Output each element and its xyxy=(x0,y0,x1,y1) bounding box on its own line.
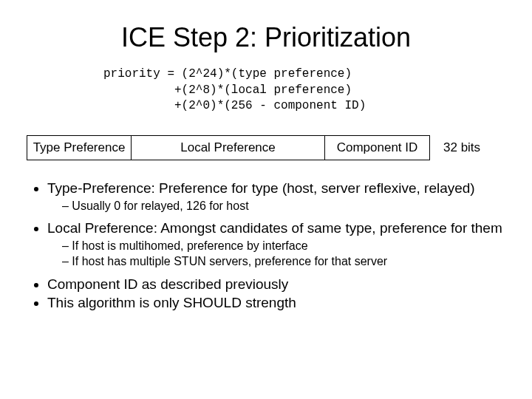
bullet-list: Type-Preference: Preference for type (ho… xyxy=(22,180,510,312)
bullet-type-preference: Type-Preference: Preference for type (ho… xyxy=(47,180,510,214)
bits-label: 32 bits xyxy=(443,140,480,155)
slide: ICE Step 2: Prioritization priority = (2… xyxy=(0,0,532,399)
field-type-preference: Type Preference xyxy=(27,135,132,160)
bullet-text: Local Preference: Amongst candidates of … xyxy=(47,220,502,236)
slide-title: ICE Step 2: Prioritization xyxy=(22,22,510,53)
sub-list: Usually 0 for relayed, 126 for host xyxy=(47,199,510,214)
priority-formula: priority = (2^24)*(type preference) +(2^… xyxy=(103,66,510,115)
sub-bullet: Usually 0 for relayed, 126 for host xyxy=(62,199,510,214)
bullet-component-id: Component ID as described previously xyxy=(47,276,510,293)
field-component-id: Component ID xyxy=(325,135,430,160)
field-local-preference: Local Preference xyxy=(132,135,325,160)
bullet-should-strength: This algorithm is only SHOULD strength xyxy=(47,294,510,312)
bitfield-diagram: Type Preference Local Preference Compone… xyxy=(27,135,510,160)
bullet-local-preference: Local Preference: Amongst candidates of … xyxy=(47,219,510,269)
sub-bullet: If host has multiple STUN servers, prefe… xyxy=(62,254,510,270)
sub-bullet: If host is multihomed, preference by int… xyxy=(62,239,510,254)
sub-list: If host is multihomed, preference by int… xyxy=(47,239,510,270)
bullet-text: Type-Preference: Preference for type (ho… xyxy=(47,180,475,196)
